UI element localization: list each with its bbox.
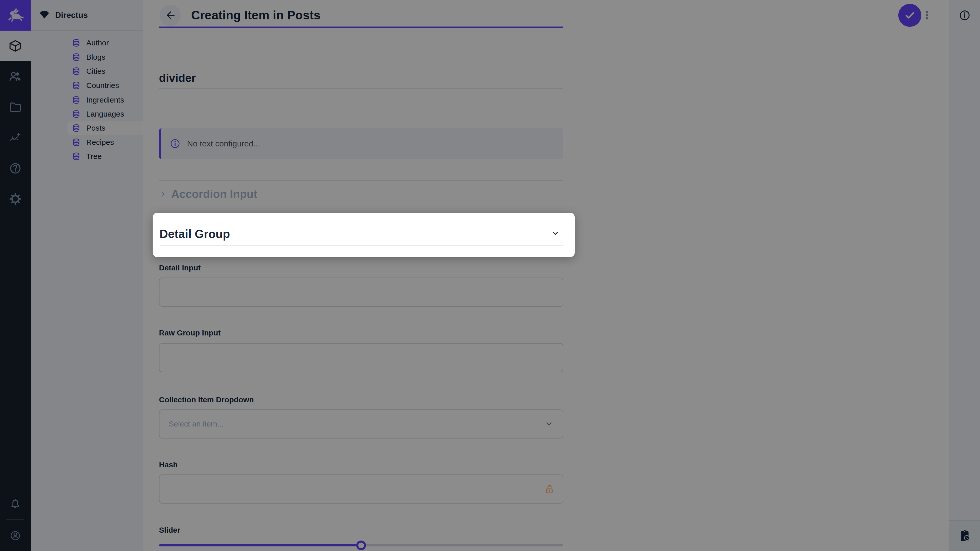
chevron-down-icon[interactable] [551, 229, 560, 238]
detail-group-panel[interactable]: Detail Group [153, 213, 575, 257]
detail-group-divider [159, 245, 563, 246]
dim-overlay [0, 0, 980, 551]
directus-app: divider No text configured... Accordion … [0, 0, 980, 551]
detail-group-title: Detail Group [159, 227, 230, 241]
